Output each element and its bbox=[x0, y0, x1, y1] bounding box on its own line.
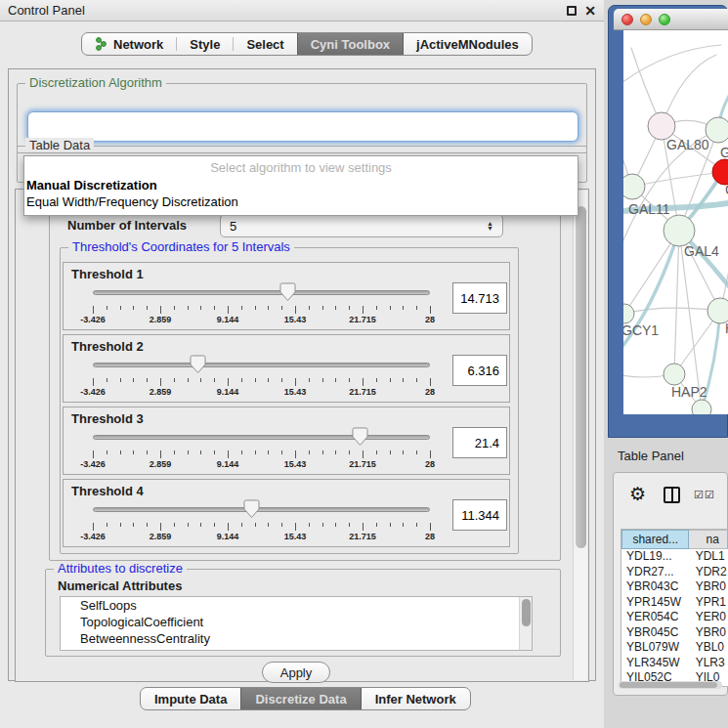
tab-impute-data-label: Impute Data bbox=[154, 692, 227, 707]
cell-shared-name: YLR345W bbox=[621, 656, 690, 671]
interval-definition-group: Interval Definition Number of Intervals … bbox=[49, 195, 561, 561]
threshold-slider[interactable]: -3.4262.8599.14415.4321.71528 bbox=[93, 282, 430, 327]
popup-hint: Select algorithm to view settings bbox=[24, 160, 578, 175]
tab-network[interactable]: Network bbox=[82, 33, 176, 55]
table-row[interactable]: YDR27...YDR2 bbox=[621, 565, 728, 580]
table-hscrollbar-thumb[interactable] bbox=[620, 682, 717, 688]
threshold-slider[interactable]: -3.4262.8599.14415.4321.71528 bbox=[93, 427, 430, 472]
table-row[interactable]: YDL19...YDL1 bbox=[621, 549, 728, 565]
algorithm-combo-focused[interactable] bbox=[27, 111, 578, 142]
tab-jactivemnodules[interactable]: jActiveMNodules bbox=[404, 33, 532, 55]
table-horizontal-scrollbar[interactable] bbox=[619, 681, 722, 689]
network-node-hap2[interactable] bbox=[664, 364, 685, 385]
cell-name: YDR2 bbox=[690, 565, 728, 580]
threshold-coordinates-title: Threshold's Coordinates for 5 Intervals bbox=[68, 239, 294, 254]
split-columns-icon[interactable] bbox=[664, 487, 680, 503]
panel-scrollbar-thumb[interactable] bbox=[576, 206, 586, 548]
slider-track[interactable] bbox=[93, 507, 430, 512]
control-panel-titlebar: Control Panel ✕ bbox=[0, 0, 604, 21]
table-row[interactable]: YER054CYER0 bbox=[621, 610, 728, 625]
number-of-intervals-value: 5 bbox=[230, 219, 236, 234]
tab-select-label: Select bbox=[246, 37, 283, 52]
table-row[interactable]: YBR045CYBR0 bbox=[621, 625, 728, 641]
slider-thumb[interactable] bbox=[243, 499, 260, 519]
network-canvas[interactable]: GAL80GCGAL11GAL4GCY1HHAP2 bbox=[623, 30, 728, 414]
numerical-attributes-list[interactable]: SelfLoopsTopologicalCoefficientBetweenne… bbox=[60, 596, 533, 651]
apply-button[interactable]: Apply bbox=[262, 662, 330, 683]
slider-scale-labels: -3.4262.8599.14415.4321.71528 bbox=[93, 387, 430, 398]
threshold-value-input[interactable] bbox=[452, 355, 507, 386]
number-of-intervals-combo[interactable]: 5 ▲ ▼ bbox=[220, 214, 503, 237]
threshold-slider[interactable]: -3.4262.8599.14415.4321.71528 bbox=[93, 499, 430, 544]
cell-shared-name: YDL19... bbox=[621, 549, 690, 565]
column-header-shared-name[interactable]: shared... bbox=[621, 530, 689, 549]
column-header-name[interactable]: na bbox=[689, 530, 728, 549]
cell-shared-name: YBR043C bbox=[621, 579, 690, 595]
threshold-slider[interactable]: -3.4262.8599.14415.4321.71528 bbox=[93, 355, 430, 400]
cell-shared-name: YDR27... bbox=[621, 565, 690, 580]
mac-close-button[interactable] bbox=[621, 14, 633, 25]
attribute-list-item[interactable]: SelfLoops bbox=[61, 597, 532, 614]
network-node-gal80[interactable] bbox=[648, 112, 675, 140]
slider-scale-labels: -3.4262.8599.14415.4321.71528 bbox=[93, 459, 430, 470]
mac-zoom-button[interactable] bbox=[659, 14, 670, 25]
cell-name: YER0 bbox=[690, 610, 728, 625]
tab-discretize-data[interactable]: Discretize Data bbox=[240, 688, 361, 709]
mac-minimize-button[interactable] bbox=[640, 14, 652, 25]
table-row[interactable]: YLR345WYLR3 bbox=[621, 656, 728, 671]
list-scrollbar-thumb[interactable] bbox=[522, 599, 531, 626]
table-panel: ⚙ ☑☑ shared... na YDL19...YDL1YDR27...YD… bbox=[613, 472, 728, 696]
popup-option-equal-width-frequency[interactable]: Equal Width/Frequency Discretization bbox=[24, 194, 578, 209]
gear-icon[interactable]: ⚙ bbox=[629, 485, 646, 504]
panel-scrollbar[interactable] bbox=[573, 191, 587, 680]
threshold-value-input[interactable] bbox=[452, 427, 507, 458]
tab-select[interactable]: Select bbox=[234, 33, 296, 55]
table-row[interactable]: YPR145WYPR1 bbox=[621, 595, 728, 611]
apply-button-label: Apply bbox=[280, 665, 313, 680]
table-body: YDL19...YDL1YDR27...YDR2YBR043CYBR0YPR14… bbox=[621, 549, 728, 686]
slider-thumb[interactable] bbox=[279, 282, 296, 302]
network-node[interactable] bbox=[692, 400, 711, 414]
slider-track[interactable] bbox=[93, 363, 430, 367]
cell-name: YDL1 bbox=[690, 549, 728, 565]
tab-impute-data[interactable]: Impute Data bbox=[141, 688, 240, 709]
network-node-gcy1[interactable] bbox=[623, 304, 634, 323]
tab-style[interactable]: Style bbox=[177, 33, 233, 55]
control-panel-tabbar: Network Style Select Cyni Toolbox jActiv… bbox=[81, 32, 533, 56]
tab-discretize-data-label: Discretize Data bbox=[255, 692, 346, 707]
threshold-value-input[interactable] bbox=[452, 499, 507, 531]
table-panel-toolbar: ⚙ ☑☑ bbox=[614, 481, 727, 508]
popup-option-manual-discretization[interactable]: Manual Discretization bbox=[24, 178, 578, 193]
tab-infer-network[interactable]: Infer Network bbox=[362, 688, 470, 709]
tab-cyni-toolbox[interactable]: Cyni Toolbox bbox=[297, 33, 404, 55]
slider-scale-labels: -3.4262.8599.14415.4321.71528 bbox=[93, 315, 430, 325]
close-icon[interactable]: ✕ bbox=[584, 3, 596, 19]
cell-shared-name: YPR145W bbox=[621, 595, 690, 611]
node-label: GAL80 bbox=[666, 137, 709, 152]
network-window-titlebar bbox=[614, 9, 728, 30]
slider-track[interactable] bbox=[93, 290, 430, 295]
table-data-title: Table Data bbox=[25, 138, 94, 152]
cell-shared-name: YER054C bbox=[621, 610, 690, 625]
slider-ticks bbox=[93, 378, 430, 387]
slider-track[interactable] bbox=[93, 435, 430, 440]
table-row[interactable]: YBL079WYBL0 bbox=[621, 640, 728, 656]
right-region: GAL80GCGAL11GAL4GCY1HHAP2 Table Panel ⚙ … bbox=[604, 0, 728, 728]
cell-shared-name: YBR045C bbox=[621, 625, 690, 641]
network-node-gal4[interactable] bbox=[664, 215, 695, 246]
checkbox-icons[interactable]: ☑☑ bbox=[694, 489, 715, 501]
cell-name: YBR0 bbox=[690, 625, 728, 641]
float-window-icon[interactable] bbox=[567, 6, 577, 16]
cell-name: YBR0 bbox=[690, 579, 728, 595]
attribute-list-item[interactable]: TopologicalCoefficient bbox=[61, 614, 532, 630]
list-scrollbar[interactable] bbox=[519, 597, 532, 650]
slider-thumb[interactable] bbox=[352, 427, 368, 447]
combo-stepper-icon[interactable]: ▲ ▼ bbox=[487, 221, 493, 231]
threshold-value-input[interactable] bbox=[452, 282, 507, 314]
table-row[interactable]: YBR043CYBR0 bbox=[621, 579, 728, 595]
network-node-gal11[interactable] bbox=[623, 174, 645, 199]
threshold-panel-2: Threshold 2-3.4262.8599.14415.4321.71528 bbox=[63, 334, 510, 403]
attribute-list-item[interactable]: BetweennessCentrality bbox=[61, 630, 532, 647]
slider-thumb[interactable] bbox=[190, 355, 206, 374]
node-label: GAL4 bbox=[684, 243, 719, 259]
